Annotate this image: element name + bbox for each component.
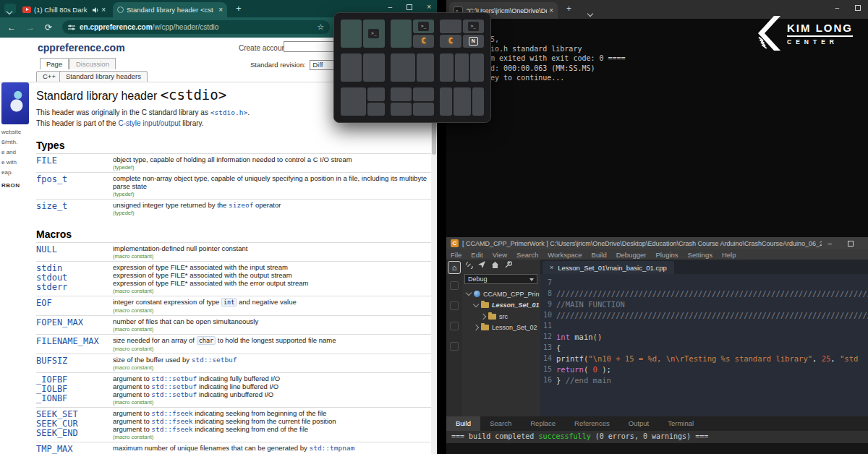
inline-code-link[interactable]: std::fseek [151,409,192,417]
snap-layout-option-3[interactable]: >_ C N [440,20,484,48]
symbol-link[interactable]: TMP_MAX [36,445,113,454]
ad-image[interactable] [1,82,29,124]
tab-close-icon[interactable]: × [218,7,223,14]
close-button[interactable]: × [427,3,431,11]
forward-button[interactable]: → [26,22,35,33]
tree-item-lesson_set_02[interactable]: Lesson_Set_02 [462,322,540,334]
snap-layout-option-6[interactable] [440,53,484,82]
browser-tab-cstdio[interactable]: Standard library header <cstdio × [113,2,227,17]
code-editor[interactable]: 78//////////////////////////////////////… [540,274,868,416]
minimize-button[interactable]: – [388,3,393,11]
snap-layout-option-2[interactable]: >_ C [391,20,435,48]
editor-tab[interactable]: × Lesson_Set_01\main_basic_01.cpp [542,261,674,274]
symbol-link[interactable]: FOPEN_MAX [36,318,113,327]
snap-layout-option-1[interactable]: >_ [341,20,385,48]
inline-code-link[interactable]: std::setbuf [151,390,197,398]
symbol-link[interactable]: size_t [36,202,113,211]
snap-layout-option-9[interactable] [440,87,484,116]
tree-item-ccamd_cpp_prin[interactable]: CCAMD_CPP_Prin [462,288,540,300]
symbol-link[interactable]: fpos_t [36,175,113,184]
debug-view-icon[interactable] [450,342,459,351]
symbol-kind-tag: (macro constant) [113,307,431,314]
tab-search-button[interactable] [4,4,16,14]
terminal-tab-dropdown[interactable] [585,6,592,19]
menu-help[interactable]: Help [722,251,736,259]
inline-code-link[interactable]: std::setbuf [151,382,197,390]
article-content: Standard library header <cstdio> This he… [36,84,431,454]
menu-debugger[interactable]: Debugger [616,251,647,259]
create-account-link[interactable]: Create account [239,44,288,52]
panel-tab-references[interactable]: References [565,416,619,431]
menu-edit[interactable]: Edit [471,251,482,259]
symbol-link[interactable]: SEEK_END [36,429,113,438]
tab-close-icon[interactable]: × [550,264,553,271]
symbol-link[interactable]: _IONBF [36,394,113,403]
inline-code-link[interactable]: std::fseek [151,425,192,433]
menu-view[interactable]: View [493,251,507,259]
inline-code-link[interactable]: std::tmpnam [309,444,354,452]
snap-layout-option-8[interactable] [391,87,435,116]
inline-code-link[interactable]: sizeof [229,201,253,209]
symbol-link[interactable]: BUFSIZ [36,356,113,366]
inline-code-link[interactable]: std::setbuf [151,374,197,382]
address-bar[interactable]: en.cppreference.com/w/cpp/header/cstdio … [62,20,330,34]
chevron-collapsed-icon[interactable] [473,325,479,330]
panel-tab-terminal[interactable]: Terminal [658,416,703,431]
symbol-link[interactable]: FILENAME_MAX [36,337,113,346]
tree-item-lesson_set_01[interactable]: Lesson_Set_01 [462,300,540,312]
browser-tab-music[interactable]: (1) Chill 80s Dark Fanta × [18,2,110,17]
symbol-link[interactable]: FILE [36,156,113,166]
inline-code-link[interactable]: std::fseek [151,417,192,425]
symbol-link[interactable]: EOF [36,299,113,308]
snap-layout-option-7[interactable] [341,87,385,116]
menu-build[interactable]: Build [592,251,607,259]
tab-close-icon[interactable]: × [101,7,106,14]
snap-layout-option-4[interactable] [341,53,385,82]
tree-item-src[interactable]: src [462,311,540,322]
inline-code-link[interactable]: std::setbuf [192,356,237,364]
wiki-search-input[interactable] [284,41,339,52]
tab-discussion[interactable]: Discussion [69,58,116,69]
home-icon[interactable] [491,261,499,269]
chevron-collapsed-icon[interactable] [480,314,486,320]
site-logo[interactable]: cppreference.com [38,42,125,53]
menu-file[interactable]: File [451,251,461,259]
panel-tab-build[interactable]: Build [446,416,480,431]
inline-code-link[interactable]: <stdio.h> [210,108,247,116]
wrench-icon[interactable] [504,261,512,269]
panel-tab-output[interactable]: Output [619,416,659,431]
panel-tab-replace[interactable]: Replace [521,416,565,431]
bookmark-star-icon[interactable]: ☆ [317,22,324,32]
new-tab-button[interactable]: + [236,3,242,14]
symbol-link[interactable]: stderr [36,283,113,292]
link-icon[interactable] [465,261,473,269]
maximize-button[interactable] [848,241,854,247]
reload-button[interactable]: ⟳ [45,22,52,33]
chevron-expanded-icon[interactable] [473,301,479,307]
new-terminal-tab-button[interactable]: + [566,4,571,14]
inline-link[interactable]: C-style input/output [118,119,180,127]
symbol-link[interactable]: NULL [36,245,113,254]
send-icon[interactable] [478,261,486,269]
code-line: 10//////////////////////////////////////… [540,311,868,322]
tabs-view-icon[interactable] [450,322,459,330]
workspace-view-icon[interactable] [450,281,459,290]
back-button[interactable]: ← [7,22,16,33]
breadcrumb-cpp[interactable]: C++ [36,71,62,82]
menu-search[interactable]: Search [516,251,538,259]
menu-workspace[interactable]: Workspace [548,251,582,259]
home-view-icon[interactable]: ⌂ [448,261,461,274]
panel-tab-search[interactable]: Search [480,416,521,431]
maximize-button[interactable] [855,5,861,11]
menu-settings[interactable]: Settings [688,251,712,259]
tab-page[interactable]: Page [40,58,69,69]
build-config-select[interactable]: Debug [464,274,537,284]
snap-layout-option-5[interactable] [391,53,435,82]
breadcrumb-headers[interactable]: Standard library headers [59,71,148,82]
menu-plugins[interactable]: Plugins [655,251,678,259]
chevron-expanded-icon[interactable] [466,290,472,296]
maximize-button[interactable] [407,4,412,10]
tab-close-icon[interactable]: × [549,7,553,14]
minimize-button[interactable]: – [827,239,832,247]
outline-view-icon[interactable] [450,301,459,310]
